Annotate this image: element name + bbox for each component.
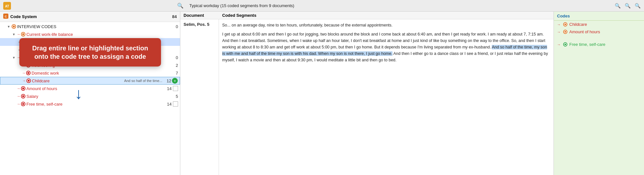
code-icon-work-life	[21, 32, 25, 36]
right-divider	[554, 36, 644, 41]
expand-arrow-domestic	[17, 71, 21, 75]
expand-arrow-salary	[12, 94, 16, 98]
right-dot-amount	[563, 30, 567, 34]
free-time-label: Free time, self-care	[26, 102, 163, 107]
amount-hours-label: Amount of hours	[26, 86, 163, 91]
tree-item-free-time[interactable]: → Free time, self-care 14	[0, 100, 180, 108]
atlas-logo: AT	[3, 2, 11, 10]
expand-arrow-childcare	[17, 78, 22, 83]
right-arrow-childcare: →	[557, 23, 561, 26]
main-content: C Code System 84 ▼ INTERVIEW CODES 0 ▼ →…	[0, 12, 644, 175]
code-system-count: 84	[172, 14, 177, 19]
right-free-time-item: → Free time, self-care	[554, 41, 644, 48]
work-life-label: Current work-life balance	[26, 32, 178, 37]
volunteering-count: 2	[170, 63, 178, 68]
expand-arrow-free	[12, 102, 16, 106]
tree-item-domestic-work[interactable]: → Domestic work 7	[0, 69, 180, 77]
drag-arrow: ↓	[75, 86, 82, 101]
salary-count: 5	[170, 94, 178, 99]
free-time-count: 14	[164, 102, 172, 107]
right-dot-childcare	[563, 22, 567, 26]
domestic-work-label: Domestic work	[32, 71, 169, 76]
window-title: Typical workday (15 coded segments from …	[186, 3, 612, 8]
doc-name: Selim, Pos. 5	[184, 22, 209, 27]
childcare-add-btn[interactable]: +	[172, 78, 178, 84]
arrow-prefix-work-life: →	[17, 32, 20, 36]
right-code-childcare-label: Childcare	[569, 22, 587, 27]
code-system-header: C Code System 84	[0, 12, 180, 22]
middle-body: Selim, Pos. 5 So... on an average day, n…	[180, 19, 554, 175]
code-icon-childcare	[26, 78, 31, 83]
svg-text:C: C	[5, 15, 7, 18]
code-icon-free	[21, 102, 25, 106]
right-code-childcare: → Childcare	[554, 21, 644, 28]
middle-header: Document Coded Segments	[180, 12, 554, 19]
intro-text: So... on an average day, nine to ten hou…	[222, 23, 393, 27]
right-arrow-free: →	[557, 43, 561, 46]
middle-panel: Document Coded Segments Selim, Pos. 5 So…	[180, 12, 554, 175]
drag-tooltip: Drag entire line or highlighted section …	[19, 38, 161, 67]
salary-label: Salary	[26, 94, 169, 99]
tree-item-amount-hours[interactable]: → Amount of hours 14	[0, 85, 180, 92]
code-icon-salary	[21, 94, 25, 98]
right-arrow-amount: →	[557, 30, 561, 34]
top-bar-right: 🔍 🔍 🔍	[615, 3, 641, 9]
right-panel: Codes → Childcare → Amount of hours → Fr…	[554, 12, 644, 175]
main-paragraph: I get up at about 6:00 am and then I go …	[222, 31, 550, 63]
interview-codes-label: INTERVIEW CODES	[17, 24, 169, 29]
doc-name-cell: Selim, Pos. 5	[180, 19, 219, 175]
expand-arrow-unpaid: ▼	[12, 55, 16, 60]
unpaid-labour-count: 0	[170, 55, 178, 60]
childcare-label: Childcare	[32, 78, 123, 83]
expand-arrow-interview: ▼	[6, 24, 11, 29]
code-icon-interview	[12, 24, 16, 29]
search-btn-3[interactable]: 🔍	[635, 3, 641, 9]
tree-item-salary[interactable]: → Salary 5	[0, 92, 180, 100]
arrow-prefix-domestic: →	[22, 71, 25, 75]
arrow-prefix-free: →	[17, 102, 20, 106]
search-btn-1[interactable]: 🔍	[615, 3, 621, 9]
childcare-preview: And so half of the time...	[124, 79, 162, 83]
right-free-label: Free time, self-care	[569, 42, 605, 47]
right-header: Codes	[554, 12, 644, 21]
left-search-icon[interactable]: 🔍	[177, 3, 184, 9]
top-bar: AT 🔍 Typical workday (15 coded segments …	[0, 0, 644, 12]
code-icon-domestic	[26, 71, 31, 75]
segment-text-area: So... on an average day, nine to ten hou…	[219, 19, 554, 175]
drag-tooltip-text: Drag entire line or highlighted section …	[32, 45, 148, 60]
file-icon-amount	[173, 86, 178, 91]
col-document-header: Document	[184, 13, 222, 18]
arrow-prefix-salary: →	[17, 94, 20, 98]
code-tree: ▼ INTERVIEW CODES 0 ▼ → Current work-lif…	[0, 22, 180, 175]
col-segments-header: Coded Segments	[222, 13, 550, 18]
right-code-amount-label: Amount of hours	[569, 29, 600, 34]
arrow-prefix-childcare: →	[22, 79, 26, 83]
search-btn-2[interactable]: 🔍	[625, 3, 631, 9]
tree-item-interview-codes[interactable]: ▼ INTERVIEW CODES 0	[0, 23, 180, 30]
tree-item-childcare[interactable]: → Childcare And so half of the time... 1…	[0, 77, 180, 85]
left-panel: C Code System 84 ▼ INTERVIEW CODES 0 ▼ →…	[0, 12, 180, 175]
svg-text:AT: AT	[5, 5, 9, 8]
file-icon-free	[173, 101, 178, 107]
intro-paragraph: So... on an average day, nine to ten hou…	[222, 22, 550, 28]
top-bar-left: AT 🔍	[3, 2, 184, 10]
domestic-work-count: 7	[170, 71, 178, 76]
right-dot-free	[563, 42, 567, 46]
amount-hours-count: 14	[164, 86, 172, 91]
code-icon-amount	[21, 86, 25, 91]
code-system-icon: C	[3, 14, 8, 20]
tree-item-current-work-life[interactable]: ▼ → Current work-life balance	[0, 30, 180, 38]
code-system-label: Code System	[10, 14, 37, 19]
right-code-amount-hours: → Amount of hours	[554, 28, 644, 36]
expand-arrow-amount	[12, 86, 16, 91]
childcare-count: 12	[164, 78, 171, 83]
expand-arrow-work-life: ▼	[12, 32, 16, 36]
interview-codes-count: 0	[170, 24, 178, 29]
arrow-prefix-amount: →	[17, 87, 20, 90]
